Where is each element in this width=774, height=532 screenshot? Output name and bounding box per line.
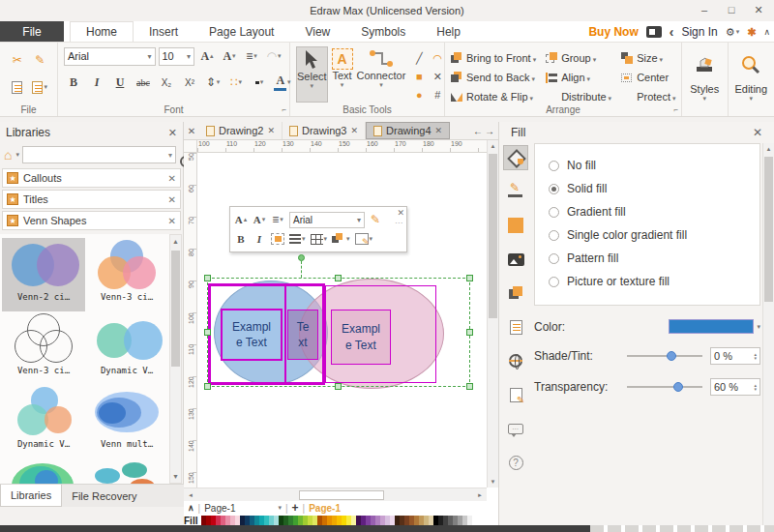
mini-font-family-select[interactable]: Arial▾ — [289, 212, 365, 228]
decrease-font-icon[interactable]: A▾ — [220, 46, 239, 66]
line-spacing-icon[interactable]: ⇕▾ — [203, 73, 223, 92]
selection-handle[interactable] — [204, 275, 211, 281]
qat-icon[interactable] — [68, 4, 83, 18]
fill-option[interactable]: Picture or texture fill — [549, 270, 746, 293]
shade-spinbox[interactable]: 0 %▴▾ — [710, 347, 760, 365]
arrange-dialog-launcher[interactable]: ⌐ — [673, 105, 678, 114]
panel-tab[interactable]: File Recovery — [62, 485, 146, 507]
library-scrollbar[interactable]: ▲ ▼ — [169, 234, 182, 484]
mini-toolbar-close-icon[interactable]: ✕ — [397, 208, 404, 218]
library-section-bar[interactable]: ★ Callouts ✕ — [2, 168, 181, 188]
help-pane-icon[interactable]: ? — [503, 450, 528, 475]
selection-handle[interactable] — [335, 383, 342, 390]
menu-tab[interactable]: File — [0, 21, 64, 42]
format-painter-icon[interactable]: ✎ — [28, 50, 51, 70]
tab-close-icon[interactable]: ✕ — [267, 126, 275, 135]
scroll-right-icon[interactable]: ► — [473, 492, 487, 498]
quick-color-pane-icon[interactable] — [503, 213, 528, 238]
mini-italic-icon[interactable]: I — [253, 229, 266, 249]
mini-align-shapes-icon[interactable]: ▾ — [289, 234, 306, 244]
palette-color-swatch[interactable] — [467, 516, 472, 525]
menu-tab[interactable]: Symbols — [345, 21, 421, 42]
fill-option[interactable]: No fill — [549, 154, 746, 177]
mini-group-icon[interactable] — [271, 233, 284, 245]
shape-item[interactable]: Venn-3 ci… — [2, 311, 85, 385]
mini-order-icon[interactable]: ▾ — [332, 233, 350, 245]
shape-item[interactable]: Venn-3 ci… — [85, 238, 168, 311]
share-icon[interactable]: ‹ — [670, 24, 674, 40]
library-close-icon[interactable]: ✕ — [168, 194, 176, 205]
tab-close-icon[interactable]: ✕ — [350, 126, 358, 135]
shape-item[interactable]: Dynamic V… — [2, 385, 85, 458]
arrange-button[interactable]: Bring to Front — [451, 48, 536, 67]
qat-icon[interactable] — [153, 4, 168, 18]
styles-icon[interactable] — [693, 48, 716, 80]
radio-button[interactable] — [549, 207, 559, 218]
radio-button[interactable] — [549, 253, 559, 264]
tab-close-icon[interactable]: ✕ — [435, 126, 443, 135]
collapse-pages-icon[interactable]: ∧ — [188, 503, 194, 513]
select-tool-button[interactable]: Select▾ — [296, 46, 328, 103]
tab-scroll-left-icon[interactable]: ← — [473, 126, 483, 136]
selection-handle[interactable] — [466, 383, 473, 390]
radio-button[interactable] — [549, 184, 559, 194]
italic-icon[interactable]: I — [87, 73, 106, 92]
color-picker[interactable]: ▾ — [669, 319, 760, 334]
radio-button[interactable] — [549, 161, 559, 171]
transparency-slider[interactable] — [627, 380, 702, 394]
arrange-button[interactable]: Protect — [621, 87, 675, 105]
shape-item[interactable]: Venn-2 ci… — [2, 238, 85, 311]
sign-in-button[interactable]: Sign In — [681, 25, 717, 39]
scroll-down-icon[interactable]: ▼ — [170, 470, 181, 483]
qat-icon[interactable] — [132, 4, 147, 18]
fill-option[interactable]: Single color gradient fill — [549, 223, 746, 247]
library-section-bar[interactable]: ★ Titles ✕ — [2, 190, 181, 209]
scrollbar-thumb[interactable] — [171, 251, 180, 367]
qat-icon[interactable] — [46, 4, 62, 18]
mini-distribute-icon[interactable]: ▾ — [311, 234, 328, 245]
arrange-button[interactable]: Distribute — [546, 87, 611, 105]
shape-item[interactable]: Venn mult… — [2, 458, 85, 484]
arrange-button[interactable]: Center — [621, 68, 675, 86]
collapse-ribbon-icon[interactable]: ∧ — [763, 27, 770, 37]
bullets-icon[interactable]: ∷▾ — [226, 73, 246, 92]
arrange-button[interactable]: Align — [546, 68, 611, 86]
panel-tab[interactable]: Libraries — [0, 485, 62, 507]
subscript-icon[interactable]: X₂ — [157, 73, 176, 92]
scroll-up-icon[interactable]: ▲ — [763, 143, 774, 155]
canvas-vertical-scrollbar[interactable]: ▲ ▼ — [487, 140, 498, 488]
qat-icon[interactable] — [89, 4, 104, 18]
editing-icon[interactable] — [739, 48, 762, 80]
note-pane-icon[interactable] — [503, 314, 528, 340]
drawing-page[interactable]: A▴ A▾ ≡▾ Arial▾ ✎ B I ▾ ▾ ▾ ▾ ✕ ⋯ — [197, 153, 487, 488]
shape-item[interactable]: Venn mult… — [85, 385, 168, 458]
add-page-button[interactable]: + — [292, 501, 299, 515]
active-page-tab[interactable]: Page-1 — [309, 503, 341, 514]
menu-tab[interactable]: View — [289, 21, 345, 42]
arrange-button[interactable]: Rotate & Flip — [451, 87, 536, 105]
tab-scroll-right-icon[interactable]: → — [485, 126, 494, 136]
shape-item[interactable]: Dynamic V… — [85, 311, 168, 385]
selection-handle[interactable] — [204, 329, 211, 336]
document-tab[interactable]: Drawing3 ✕ — [283, 122, 366, 139]
document-tab[interactable]: Drawing4 ✕ — [366, 122, 450, 139]
scrollbar-thumb[interactable] — [764, 157, 773, 302]
home-icon[interactable]: ⌂ — [4, 147, 12, 163]
community-icon[interactable]: ✱ — [747, 26, 756, 39]
fill-panel-scrollbar[interactable]: ▲ — [762, 143, 774, 526]
library-close-icon[interactable]: ✕ — [168, 173, 176, 184]
superscript-icon[interactable]: X² — [180, 73, 199, 92]
scrollbar-thumb[interactable] — [489, 154, 497, 318]
fill-option[interactable]: Solid fill — [549, 177, 746, 200]
fill-panel-close-icon[interactable]: ✕ — [753, 126, 762, 139]
selection-handle[interactable] — [335, 275, 342, 281]
font-size-select[interactable]: 10▾ — [159, 47, 194, 66]
highlight-icon[interactable]: ▾ — [250, 73, 269, 92]
qat-icon[interactable] — [174, 4, 190, 18]
comment-pane-icon[interactable]: ⋯ — [503, 416, 528, 441]
fill-pane-icon[interactable] — [503, 145, 528, 170]
font-color-icon[interactable]: A▾ — [273, 73, 292, 92]
text-tool-button[interactable]: A Text▾ — [332, 46, 353, 103]
text-align-icon[interactable]: ≡▾ — [242, 46, 261, 66]
line-style-pane-icon[interactable] — [503, 179, 528, 204]
